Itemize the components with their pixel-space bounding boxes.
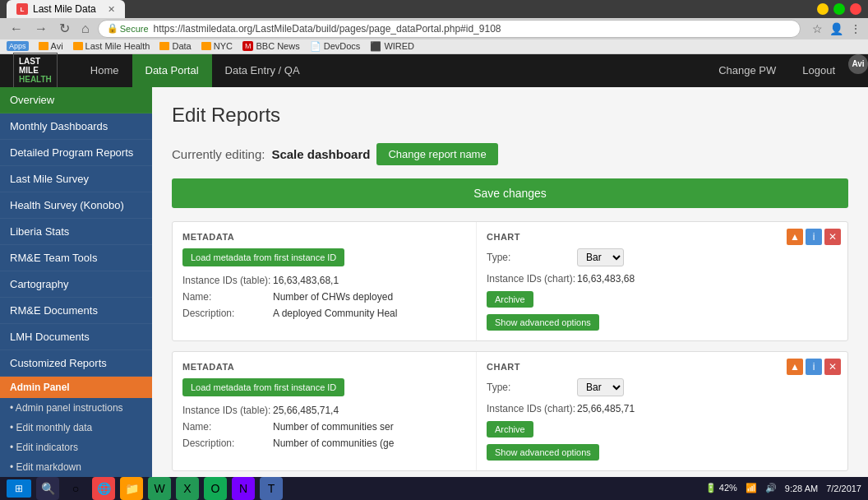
taskbar-date: 7/2/2017 [826, 484, 861, 493]
taskbar-explorer-icon[interactable]: 📁 [120, 477, 143, 500]
sidebar-item-liberia[interactable]: Liberia Stats [0, 219, 152, 245]
bookmark-bbc[interactable]: M BBC News [242, 41, 300, 51]
start-button[interactable]: ⊞ [7, 479, 31, 498]
bookmark-avi[interactable]: Avi [39, 41, 63, 51]
sidebar-item-overview[interactable]: Overview [0, 87, 152, 113]
taskbar-search-icon[interactable]: 🔍 [36, 477, 59, 500]
instance-ids-table-label-1: Instance IDs (table): [182, 275, 273, 286]
instance-ids-chart-row-1: Instance IDs (chart): 16,63,483,68 [487, 273, 770, 285]
taskbar-chrome-icon[interactable]: 🌐 [92, 477, 115, 500]
nav-tab-home[interactable]: Home [77, 54, 132, 87]
instance-ids-chart-value-2: 25,66,485,71 [577, 403, 635, 414]
refresh-btn[interactable]: ↻ [56, 19, 73, 38]
nav-tab-data-portal[interactable]: Data Portal [132, 54, 212, 87]
description-row-2: Description: Number of communities (ge [182, 438, 466, 449]
logout-btn[interactable]: Logout [789, 54, 848, 87]
sidebar-item-monthly[interactable]: Monthly Dashboards [0, 113, 152, 140]
window-controls [817, 3, 861, 15]
description-label-1: Description: [182, 308, 273, 319]
metadata-title-2: METADATA [182, 362, 466, 372]
tab-close-btn[interactable]: ✕ [108, 4, 115, 15]
bookmark-devdocs[interactable]: 📄 DevDocs [310, 41, 361, 52]
logo: LAST MILE HEALTH [13, 53, 58, 88]
maximize-btn[interactable] [833, 3, 845, 15]
sidebar-item-customized[interactable]: Customized Reports [0, 350, 152, 377]
type-select-1[interactable]: Bar Line Pie [577, 248, 624, 266]
advanced-btn-2[interactable]: Show advanced options [487, 444, 599, 461]
nav-tab-data-entry[interactable]: Data Entry / QA [212, 54, 313, 87]
taskbar-onenote-icon[interactable]: N [232, 477, 255, 500]
ctrl-delete-btn-2[interactable]: ✕ [824, 359, 841, 375]
sidebar-item-rme-team[interactable]: RM&E Team Tools [0, 245, 152, 271]
metadata-section-2: METADATA Load metadata from first instan… [173, 352, 477, 470]
sidebar-item-health-survey[interactable]: Health Survey (Konobo) [0, 192, 152, 219]
url-text: https://lastmiledata.org/LastMileData/bu… [154, 23, 501, 35]
bookmark-nyc[interactable]: NYC [201, 41, 233, 51]
type-select-2[interactable]: Bar Line Pie [577, 378, 624, 396]
taskbar-excel-icon[interactable]: X [176, 477, 199, 500]
taskbar-teams-icon[interactable]: T [260, 477, 283, 500]
name-label-1: Name: [182, 291, 273, 303]
ctrl-up-btn-1[interactable]: ▲ [787, 229, 803, 245]
page-title: Edit Reports [172, 104, 848, 127]
instance-ids-chart-value-1: 16,63,483,68 [577, 273, 635, 285]
back-btn[interactable]: ← [7, 20, 26, 38]
instance-ids-chart-label-1: Instance IDs (chart): [487, 273, 577, 285]
taskbar-outlook-icon[interactable]: O [204, 477, 227, 500]
change-pw-btn[interactable]: Change PW [705, 54, 789, 87]
secure-indicator: 🔒 Secure [107, 23, 149, 34]
instance-ids-table-row-2: Instance IDs (table): 25,66,485,71,4 [182, 405, 466, 416]
name-label-2: Name: [182, 421, 273, 433]
admin-item-instructions[interactable]: • Admin panel instructions [0, 398, 152, 418]
app-nav-tabs: Home Data Portal Data Entry / QA [77, 54, 313, 87]
chart-section-2: CHART Type: Bar Line Pie Instance IDs (c… [477, 352, 780, 470]
instance-ids-table-value-1: 16,63,483,68,1 [273, 275, 339, 286]
admin-item-monthly-data[interactable]: • Edit monthly data [0, 418, 152, 438]
sidebar-item-cartography[interactable]: Cartography [0, 271, 152, 298]
sidebar-item-survey[interactable]: Last Mile Survey [0, 166, 152, 192]
bookmark-apps[interactable]: Apps [7, 41, 29, 51]
block-controls-1: ▲ i ✕ [780, 222, 847, 340]
bookmark-lmh[interactable]: Last Mile Health [73, 41, 150, 51]
bookmark-data[interactable]: Data [159, 41, 191, 51]
save-changes-btn[interactable]: Save changes [172, 178, 848, 208]
taskbar-cortana-icon[interactable]: ○ [64, 477, 87, 500]
load-metadata-btn-1[interactable]: Load metadata from first instance ID [182, 248, 344, 266]
sidebar-item-detailed[interactable]: Detailed Program Reports [0, 140, 152, 166]
description-value-1: A deployed Community Heal [273, 308, 397, 319]
nav-bar: ← → ↻ ⌂ 🔒 Secure https://lastmiledata.or… [0, 18, 868, 39]
user-icon[interactable]: 👤 [829, 22, 843, 35]
report-block-1: METADATA Load metadata from first instan… [172, 221, 848, 341]
app-header: LAST MILE HEALTH Home Data Portal Data E… [0, 54, 868, 87]
taskbar-word-icon[interactable]: W [148, 477, 171, 500]
change-name-btn[interactable]: Change report name [376, 143, 497, 165]
ctrl-up-btn-2[interactable]: ▲ [787, 359, 803, 375]
user-avatar: Avi [848, 54, 868, 74]
forward-btn[interactable]: → [31, 20, 51, 38]
browser-tab[interactable]: L Last Mile Data ✕ [7, 0, 125, 18]
admin-panel-header: Admin Panel [0, 377, 152, 398]
menu-icon[interactable]: ⋮ [850, 22, 861, 35]
bookmark-wired[interactable]: ⬛ WIRED [370, 41, 414, 52]
archive-btn-1[interactable]: Archive [487, 291, 533, 308]
browser-window: L Last Mile Data ✕ ← → ↻ ⌂ 🔒 Secure http… [0, 0, 868, 500]
sidebar-item-lmh-docs[interactable]: LMH Documents [0, 324, 152, 350]
archive-btn-2[interactable]: Archive [487, 421, 533, 438]
load-metadata-btn-2[interactable]: Load metadata from first instance ID [182, 378, 344, 396]
home-btn[interactable]: ⌂ [78, 20, 93, 38]
sidebar-item-rme-docs[interactable]: RM&E Documents [0, 298, 152, 324]
admin-item-markdown[interactable]: • Edit markdown [0, 457, 152, 477]
description-label-2: Description: [182, 438, 273, 449]
advanced-btn-1[interactable]: Show advanced options [487, 314, 599, 331]
ctrl-delete-btn-1[interactable]: ✕ [824, 229, 841, 245]
admin-item-indicators[interactable]: • Edit indicators [0, 438, 152, 457]
ctrl-info-btn-2[interactable]: i [806, 359, 822, 375]
taskbar: ⊞ 🔍 ○ 🌐 📁 W X O N T 🔋 42% 📶 🔊 9:28 AM 7/… [0, 477, 868, 500]
description-row-1: Description: A deployed Community Heal [182, 308, 466, 319]
ctrl-info-btn-1[interactable]: i [806, 229, 822, 245]
url-bar[interactable]: 🔒 Secure https://lastmiledata.org/LastMi… [98, 20, 801, 38]
close-btn[interactable] [850, 3, 861, 15]
bookmark-icon[interactable]: ☆ [812, 22, 823, 35]
minimize-btn[interactable] [817, 3, 829, 15]
app-nav-right: Change PW Logout Avi [705, 54, 868, 87]
